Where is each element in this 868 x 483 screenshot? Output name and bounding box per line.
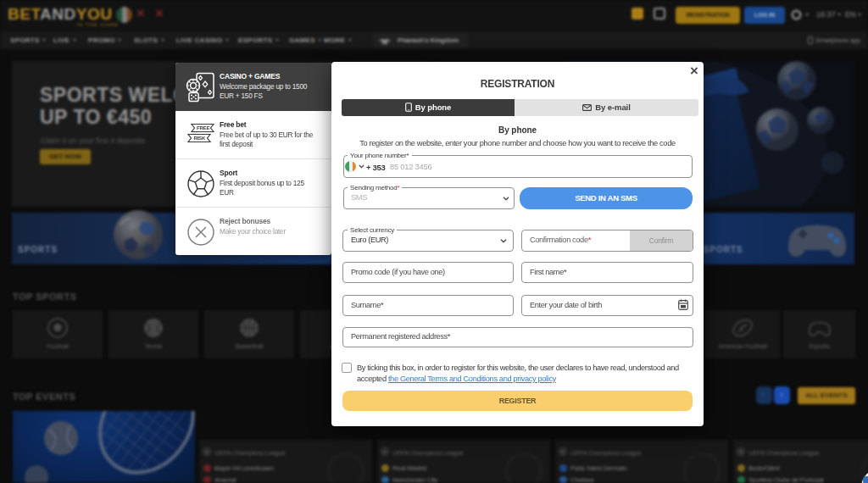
svg-text:RISK: RISK xyxy=(194,136,206,141)
svg-text:FREE: FREE xyxy=(197,125,209,130)
